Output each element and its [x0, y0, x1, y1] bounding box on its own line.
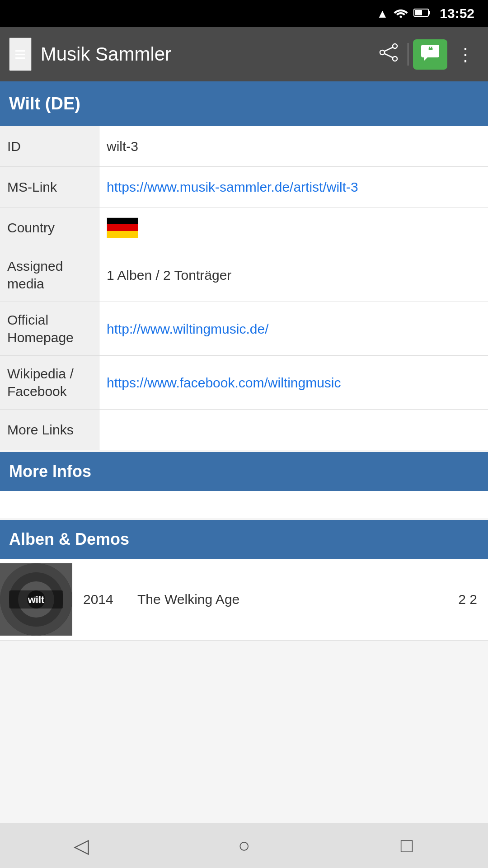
- back-icon: ◁: [74, 834, 89, 857]
- field-value-id: wilt-3: [99, 126, 488, 166]
- table-row: Official Homepage http://www.wiltingmusi…: [0, 302, 488, 356]
- status-icons: ▲: [377, 7, 431, 21]
- chat-icon: ❝: [420, 44, 440, 65]
- menu-icon: ≡: [14, 43, 26, 65]
- svg-line-7: [385, 47, 393, 51]
- share-button[interactable]: [374, 38, 403, 71]
- artist-section-title: Wilt (DE): [9, 94, 80, 113]
- field-label-id: ID: [0, 126, 99, 166]
- wifi-icon: [394, 7, 408, 21]
- app-bar-actions: ❝ ⋮: [374, 38, 479, 71]
- svg-text:wilt: wilt: [28, 594, 45, 605]
- field-value-more-links: [99, 410, 488, 450]
- share-icon: [379, 46, 399, 66]
- alben-header: Alben & Demos: [0, 520, 488, 559]
- field-value-assigned-media: 1 Alben / 2 Tonträger: [99, 248, 488, 302]
- album-cover: wilt: [0, 563, 72, 636]
- table-row: MS-Link https://www.musik-sammler.de/art…: [0, 167, 488, 208]
- recents-button[interactable]: □: [325, 823, 488, 868]
- svg-rect-2: [429, 11, 430, 14]
- svg-marker-11: [424, 57, 427, 61]
- svg-line-8: [385, 53, 393, 57]
- field-label-country: Country: [0, 208, 99, 248]
- album-info: 2014 The Welking Age 2 2: [72, 583, 488, 616]
- more-infos-title: More Infos: [9, 462, 91, 481]
- svg-point-0: [400, 15, 402, 18]
- action-divider: [408, 43, 408, 66]
- home-button[interactable]: ○: [163, 823, 325, 868]
- alben-title: Alben & Demos: [9, 530, 129, 548]
- menu-button[interactable]: ≡: [9, 38, 32, 71]
- mslink-anchor[interactable]: https://www.musik-sammler.de/artist/wilt…: [107, 178, 358, 196]
- table-row: ID wilt-3: [0, 126, 488, 167]
- more-infos-body: [0, 491, 488, 518]
- svg-point-5: [380, 50, 385, 55]
- artist-section-header: Wilt (DE): [0, 81, 488, 126]
- album-counts: 2 2: [458, 592, 477, 607]
- table-row: Wikipedia / Facebook https://www.faceboo…: [0, 356, 488, 410]
- field-label-assigned-media: Assigned media: [0, 248, 99, 302]
- more-infos-header: More Infos: [0, 452, 488, 491]
- field-label-official-homepage: Official Homepage: [0, 302, 99, 355]
- more-icon: ⋮: [456, 44, 474, 64]
- german-flag: [107, 217, 138, 238]
- table-row: Country: [0, 208, 488, 248]
- back-button[interactable]: ◁: [0, 823, 163, 868]
- signal-icon: ▲: [377, 7, 389, 21]
- status-time: 13:52: [440, 6, 474, 21]
- table-row: More Links: [0, 410, 488, 450]
- homepage-anchor[interactable]: http://www.wiltingmusic.de/: [107, 320, 268, 338]
- album-cover-image: wilt: [0, 563, 72, 636]
- home-icon: ○: [238, 834, 250, 857]
- album-name: The Welking Age: [137, 592, 445, 607]
- svg-point-4: [393, 44, 397, 48]
- battery-icon: [413, 7, 431, 21]
- recents-icon: □: [401, 834, 413, 857]
- svg-text:❝: ❝: [428, 46, 433, 56]
- table-row: Assigned media 1 Alben / 2 Tonträger: [0, 248, 488, 302]
- field-value-official-homepage[interactable]: http://www.wiltingmusic.de/: [99, 302, 488, 355]
- app-title: Musik Sammler: [41, 43, 365, 65]
- flag-black-stripe: [107, 218, 138, 225]
- facebook-anchor[interactable]: https://www.facebook.com/wiltingmusic: [107, 374, 341, 392]
- field-value-mslink[interactable]: https://www.musik-sammler.de/artist/wilt…: [99, 167, 488, 207]
- field-value-country: [99, 208, 488, 248]
- chat-button[interactable]: ❝: [413, 39, 447, 70]
- field-label-mslink: MS-Link: [0, 167, 99, 207]
- svg-rect-3: [415, 10, 422, 15]
- svg-point-6: [393, 57, 397, 61]
- album-year: 2014: [83, 592, 124, 607]
- field-label-more-links: More Links: [0, 410, 99, 450]
- field-label-wikipedia-facebook: Wikipedia / Facebook: [0, 356, 99, 409]
- more-options-button[interactable]: ⋮: [452, 39, 479, 69]
- flag-red-stripe: [107, 224, 138, 231]
- field-value-wikipedia-facebook[interactable]: https://www.facebook.com/wiltingmusic: [99, 356, 488, 409]
- list-item[interactable]: wilt 2014 The Welking Age 2 2: [0, 559, 488, 641]
- app-bar: ≡ Musik Sammler ❝: [0, 27, 488, 81]
- flag-gold-stripe: [107, 231, 138, 238]
- nav-bar: ◁ ○ □: [0, 823, 488, 868]
- detail-table: ID wilt-3 MS-Link https://www.musik-samm…: [0, 126, 488, 450]
- status-bar: ▲ 13:52: [0, 0, 488, 27]
